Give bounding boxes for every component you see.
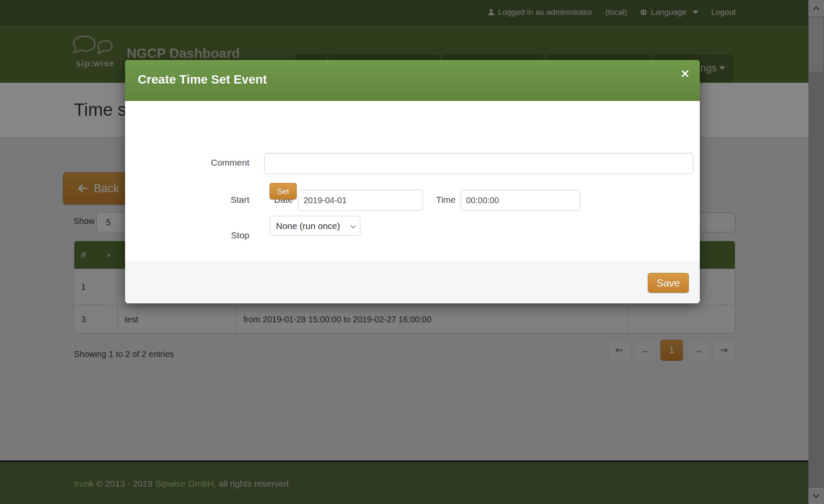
repeat-selected-value: None (run once) [276, 221, 340, 231]
chevron-down-icon [813, 491, 820, 498]
set-stop-button[interactable]: Set [270, 183, 297, 199]
start-time-input[interactable] [461, 190, 580, 211]
comment-input[interactable] [264, 153, 693, 174]
start-label: Start [125, 195, 249, 205]
chevron-up-icon [813, 6, 820, 13]
screen: Logged in as administrator (local) Langu… [0, 0, 824, 504]
scrollbar-thumb[interactable] [809, 17, 823, 72]
close-icon[interactable]: ✕ [680, 68, 690, 81]
start-date-input[interactable] [298, 190, 423, 211]
modal-body: Comment Start Date Time Stop Set Repeat … [125, 101, 700, 262]
stop-label: Stop [125, 230, 249, 240]
scroll-down-button[interactable] [808, 488, 824, 504]
start-time-label: Time [426, 195, 456, 205]
create-time-set-event-modal: Create Time Set Event ✕ Comment Start Da… [125, 60, 700, 303]
repeat-select[interactable]: None (run once) [270, 216, 360, 236]
save-button[interactable]: Save [648, 273, 689, 293]
scroll-up-button[interactable] [808, 0, 824, 16]
comment-label: Comment [125, 158, 249, 168]
chevron-down-icon [350, 223, 356, 229]
modal-title: Create Time Set Event [138, 73, 267, 87]
vertical-scrollbar[interactable] [808, 0, 824, 504]
modal-header: Create Time Set Event ✕ [125, 60, 700, 101]
modal-footer: Save [125, 262, 700, 303]
